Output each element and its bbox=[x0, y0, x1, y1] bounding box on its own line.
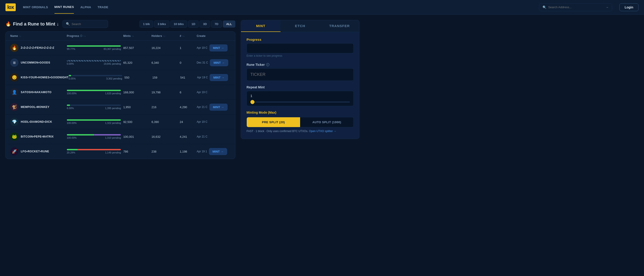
table-row: 💎 HODL•DIAMOND•DICK 100.00% 1,322 pendin… bbox=[6, 115, 235, 129]
nav-mint-ordinals[interactable]: MINT ORDINALS bbox=[23, 1, 48, 13]
mint-button[interactable]: MINT → bbox=[209, 44, 228, 51]
hash-value: 1,198 bbox=[180, 150, 196, 153]
progress-cell: 6.00% 1,395 pending bbox=[67, 105, 123, 110]
hash-value: 4,241 bbox=[180, 135, 196, 138]
sort-name-icon: ↑↓ bbox=[19, 35, 22, 37]
mode-btn-pre-split[interactable]: PRE SPLIT (20) bbox=[247, 117, 300, 127]
open-utxo-splitter-link[interactable]: Open UTXO splitter → bbox=[309, 130, 336, 133]
mint-button[interactable]: MINT → bbox=[209, 104, 228, 111]
rune-cell: 🐸 BITCOIN•PEPE•MATRIX bbox=[10, 133, 67, 141]
progress-bar-fill bbox=[67, 119, 121, 121]
panel-title: 🔥 Find a Rune to Mint ↓ bbox=[6, 21, 59, 27]
nav-trade[interactable]: TRADE bbox=[98, 1, 108, 13]
nav-mint-runes[interactable]: MINT RUNES bbox=[54, 1, 74, 14]
create-date: Apr 21 C bbox=[196, 135, 207, 138]
rune-table: Name ↑↓ Progress ⓘ ↑↓ Mints ↑↓ Holders ↑… bbox=[6, 31, 235, 159]
col-mints[interactable]: Mints ↑↓ bbox=[123, 34, 152, 38]
sort-mints-icon: ↑↓ bbox=[132, 35, 134, 37]
ticker-input[interactable] bbox=[246, 68, 354, 81]
mints-value: 65,320 bbox=[123, 61, 152, 64]
progress-bar-fill bbox=[67, 45, 121, 47]
col-hash[interactable]: # ↑↓ bbox=[180, 34, 196, 38]
holders-value: 6,340 bbox=[152, 61, 180, 64]
progress-bar-bg bbox=[67, 119, 121, 121]
mode-btn-auto-split[interactable]: AUTO SPLIT (1000) bbox=[300, 117, 354, 127]
mints-value: 1,950 bbox=[123, 106, 152, 109]
col-progress[interactable]: Progress ⓘ ↑↓ bbox=[67, 34, 123, 38]
ticker-label: Rune Ticker i bbox=[246, 63, 354, 66]
hash-value: 4,290 bbox=[180, 106, 196, 109]
rune-search-input[interactable] bbox=[72, 22, 105, 26]
nav-alpha[interactable]: ALPHA bbox=[80, 1, 91, 13]
rune-name: KISS•YOUR•HOMIES•GOODNIGHT bbox=[21, 76, 69, 79]
col-holders[interactable]: Holders ↑↓ bbox=[152, 34, 180, 38]
filter-3blks[interactable]: 3 blks bbox=[154, 20, 170, 27]
search-icon: 🔍 bbox=[66, 22, 70, 26]
mint-button[interactable]: MINT → bbox=[209, 148, 227, 155]
col-name[interactable]: Name ↑↓ bbox=[10, 34, 67, 38]
progress-text: 100.00% 1,310 pending bbox=[67, 137, 121, 139]
holders-value: 159 bbox=[152, 76, 180, 79]
repeat-label: Repeat Mint bbox=[246, 85, 354, 89]
tab-transfer[interactable]: TRANSFER bbox=[320, 20, 359, 32]
progress-pct: 99.77% bbox=[67, 48, 75, 50]
progress-pct: 100.00% bbox=[67, 137, 76, 139]
create-date: Apr 19 C bbox=[196, 46, 207, 49]
holders-value: 19,798 bbox=[152, 91, 180, 94]
progress-pct: 20.29% bbox=[67, 151, 75, 154]
holders-value: 216 bbox=[152, 106, 180, 109]
holders-value: 16,632 bbox=[152, 135, 180, 138]
mint-button[interactable]: MINT → bbox=[210, 59, 228, 66]
sort-progress-icon: ⓘ bbox=[80, 34, 82, 38]
filter-10blks[interactable]: 10 blks bbox=[170, 20, 187, 27]
repeat-slider[interactable] bbox=[250, 102, 350, 103]
filter-7d[interactable]: 7D bbox=[211, 20, 222, 27]
progress-cell: 20.29% 1,149 pending bbox=[67, 149, 123, 154]
create-date: Apr 19 C bbox=[196, 120, 207, 124]
create-date: Apr 19 1 bbox=[196, 150, 207, 153]
repeat-number: 1 bbox=[250, 94, 350, 98]
hash-value: 24 bbox=[180, 120, 196, 124]
holders-value: 6,390 bbox=[152, 120, 180, 124]
progress-pct: 100.00% bbox=[67, 92, 76, 95]
holders-value: 16,224 bbox=[152, 46, 180, 50]
tab-etch[interactable]: ETCH bbox=[280, 20, 320, 32]
rune-icon: 😊 bbox=[10, 73, 18, 82]
progress-pct: 6.00% bbox=[67, 107, 74, 110]
filter-1d[interactable]: 1D bbox=[188, 20, 199, 27]
filter-1blk[interactable]: 1 blk bbox=[140, 20, 153, 27]
minting-mode-section: Minting Mode (Max) PRE SPLIT (20) AUTO S… bbox=[246, 111, 354, 133]
search-arrow-icon[interactable]: → bbox=[606, 5, 609, 9]
filter-all[interactable]: ALL bbox=[223, 20, 235, 27]
col-create: Create bbox=[196, 34, 230, 38]
hash-value: 0 bbox=[180, 61, 196, 64]
tab-bar: MINT ETCH TRANSFER bbox=[241, 20, 360, 32]
table-row: 🔥 Z•Z•Z•Z•Z•FEHU•Z•Z•Z•Z 99.77% 83,367 p… bbox=[6, 40, 235, 55]
address-search-bar: 🔍 → bbox=[539, 3, 612, 11]
mint-button[interactable]: MINT → bbox=[210, 74, 228, 81]
progress-text: 100.00% 1,322 pending bbox=[67, 122, 121, 124]
progress-bar-bg bbox=[67, 45, 121, 47]
rune-icon: 🔥 bbox=[10, 44, 18, 52]
mints-value: 857,507 bbox=[123, 46, 152, 50]
address-search-input[interactable] bbox=[548, 5, 604, 9]
rune-icon: 👤 bbox=[10, 88, 18, 96]
mints-value: 786 bbox=[123, 150, 152, 153]
progress-cell: 100.00% 1,310 pending bbox=[67, 134, 123, 139]
minting-mode-label: Minting Mode (Max) bbox=[246, 111, 354, 114]
app-logo[interactable]: lox bbox=[6, 3, 16, 11]
filter-3d[interactable]: 3D bbox=[200, 20, 210, 27]
rune-icon: 🐸 bbox=[10, 133, 18, 141]
tab-mint[interactable]: MINT bbox=[241, 20, 280, 32]
progress-pending: 1,395 pending bbox=[105, 107, 121, 110]
mints-value: 100,001 bbox=[123, 135, 152, 138]
progress-bar-bg bbox=[69, 75, 122, 76]
progress-pending: 1,149 pending bbox=[105, 151, 121, 154]
progress-section: Progress Enter a ticker to see progress bbox=[246, 38, 354, 58]
rune-cell: 🚀 LFG•ROCKET•RUNE bbox=[10, 147, 67, 155]
panel-title-text: Find a Rune to Mint ↓ bbox=[13, 21, 59, 27]
progress-cell: 0.00% 19,841 pending bbox=[67, 60, 123, 65]
progress-text: 0.00% 19,841 pending bbox=[67, 62, 121, 65]
login-button[interactable]: Login bbox=[619, 3, 638, 11]
rune-name: SATOSHI•NAKAMOTO bbox=[21, 91, 52, 94]
